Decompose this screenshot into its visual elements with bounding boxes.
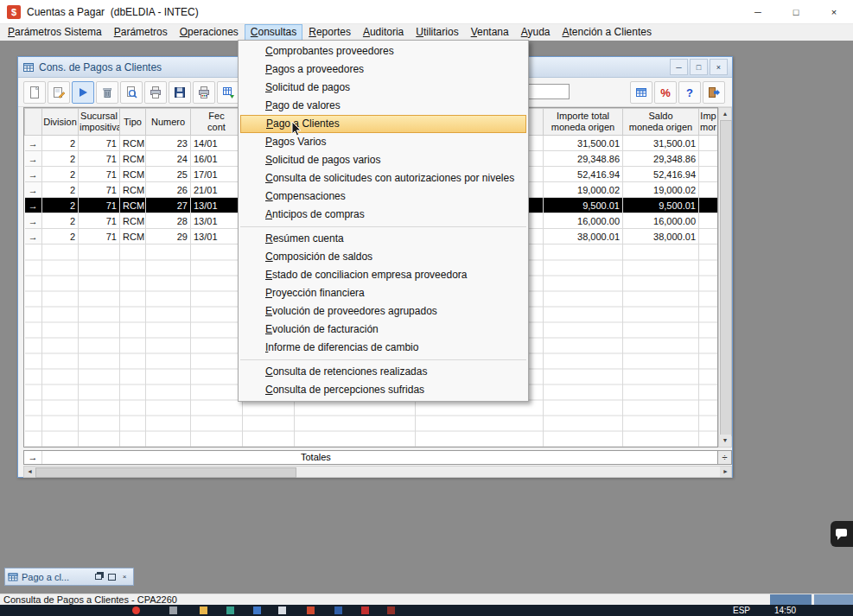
edit-record-button[interactable] [48,81,70,104]
col-header-saldo[interactable]: Saldomoneda origen [623,109,699,136]
scroll-down-icon[interactable]: ▼ [719,435,731,447]
grid-cell[interactable]: RCM [120,151,146,167]
menu-item[interactable]: Consulta de percepciones sufridas [239,381,528,399]
taskbar-icon[interactable] [387,606,395,614]
grid-cell[interactable] [699,167,718,182]
grid-cell[interactable]: 23 [146,136,191,151]
grid-cell[interactable]: 21/01 [191,182,243,198]
col-header-fecha[interactable]: Feccont [191,109,243,136]
grid-cell[interactable] [699,213,718,229]
grid-cell[interactable]: 31,500.01 [544,136,623,151]
grid-cell[interactable]: 29,348.86 [623,151,699,167]
exit-button[interactable] [703,81,725,104]
grid-cell[interactable]: 26 [146,182,191,198]
child-minimize-button[interactable]: ─ [670,59,688,75]
menu-item[interactable]: Solicitud de pagos varios [239,151,528,169]
menu-item-pago-a-clientes[interactable]: Pago a Clientes [240,115,526,133]
menu-reportes[interactable]: Reportes [302,24,357,41]
grid-cell[interactable]: 2 [42,136,79,151]
scroll-right-icon[interactable]: ► [720,467,731,477]
mini-close-button[interactable]: × [118,571,130,582]
menu-item[interactable]: Evolución de facturación [239,321,528,339]
grid-cell[interactable] [699,198,718,213]
menu-item[interactable]: Pago de valores [239,97,528,115]
menu-item[interactable]: Consulta de retenciones realizadas [239,363,528,381]
grid-cell[interactable]: 29,348.86 [544,151,623,167]
grid-cell[interactable]: RCM [120,198,146,213]
scroll-up-icon[interactable]: ▲ [719,108,731,120]
grid-cell[interactable]: 29 [146,229,191,244]
taskbar-icon[interactable] [253,606,261,614]
grid-cell[interactable] [699,151,718,167]
menu-parametros-sistema[interactable]: Parámetros Sistema [2,24,108,41]
menu-ventana[interactable]: Ventana [465,24,515,41]
grid-cell[interactable] [699,182,718,198]
mini-restore-button[interactable] [92,571,105,582]
grid-cell[interactable]: 13/01 [191,198,243,213]
grid-cell[interactable]: 16,000.00 [623,213,699,229]
col-header-sucursal[interactable]: Sucursalimpositiva [79,109,120,136]
menu-auditoria[interactable]: Auditoria [357,24,410,41]
export-grid-button[interactable] [217,81,239,104]
grid-cell[interactable]: 14/01 [191,136,243,151]
menu-item[interactable]: Pagos a proveedores [239,60,528,79]
grid-cell[interactable]: 71 [79,182,120,198]
menu-consultas[interactable]: Consultas [245,24,302,41]
child-maximize-button[interactable]: □ [690,59,708,75]
grid-cell[interactable]: 24 [146,151,191,167]
maximize-button[interactable]: □ [777,0,815,23]
preview-button[interactable] [120,81,143,104]
menu-parametros[interactable]: Parámetros [108,24,174,41]
menu-item[interactable]: Consulta de solicitudes con autorizacion… [239,169,528,187]
grid-cell[interactable]: 27 [146,198,191,213]
print-button[interactable] [144,81,167,104]
menu-item[interactable]: Solicitud de pagos [239,79,528,97]
grid-cell[interactable]: 2 [42,198,79,213]
vertical-scrollbar[interactable]: ▲ ▼ [718,107,732,448]
print-setup-button[interactable] [193,81,215,104]
col-header-imp-mor[interactable]: Impmor [699,109,718,136]
taskbar-icon[interactable] [361,606,369,614]
taskbar-icon[interactable] [200,606,207,614]
grid-cell[interactable]: 2 [42,229,79,244]
grid-cell[interactable]: 52,416.94 [623,167,699,182]
grid-cell[interactable]: 25 [146,167,191,182]
run-query-button[interactable] [72,81,94,104]
grid-cell[interactable]: 71 [79,229,120,244]
grid-cell[interactable]: 28 [146,213,191,229]
grid-cell[interactable]: 16/01 [191,151,243,167]
overlay-chat-button[interactable] [831,521,853,547]
minimize-button[interactable]: ─ [739,0,777,23]
grid-cell[interactable] [699,136,718,151]
save-button[interactable] [169,81,191,104]
grid-cell[interactable]: 13/01 [191,213,243,229]
menu-item[interactable]: Informe de diferencias de cambio [239,339,528,357]
vertical-scroll-thumb[interactable] [720,120,732,436]
grid-cell[interactable]: 71 [79,151,120,167]
grid-cell[interactable] [699,229,718,244]
menu-item[interactable]: Compensaciones [239,187,528,206]
child-close-button[interactable]: × [710,59,728,75]
menu-atencion-clientes[interactable]: Atención a Clientes [557,24,658,41]
grid-cell[interactable]: 19,000.02 [623,182,699,198]
grid-cell[interactable]: 13/01 [191,229,243,244]
grid-cell[interactable]: 9,500.01 [623,198,699,213]
table-view-button[interactable] [630,81,652,104]
taskbar-icon[interactable] [169,606,177,614]
scroll-left-icon[interactable]: ◄ [24,467,35,477]
col-header-importe-total[interactable]: Importe totalmoneda origen [544,109,623,136]
horizontal-scrollbar[interactable]: ◄ ► [23,466,732,478]
close-button[interactable]: × [815,0,853,23]
menu-item[interactable]: Comprobantes proveedores [239,42,528,60]
horizontal-scroll-thumb[interactable] [35,467,296,478]
grid-cell[interactable]: 71 [79,136,120,151]
grid-cell[interactable]: 17/01 [191,167,243,182]
grid-cell[interactable]: 38,000.01 [623,229,699,244]
grid-cell[interactable]: 2 [42,151,79,167]
taskbar-icon[interactable] [132,606,140,614]
grid-cell[interactable]: 16,000.00 [544,213,623,229]
col-header-division[interactable]: Division [42,109,79,136]
menu-item[interactable]: Resúmen cuenta [239,230,528,248]
menu-item[interactable]: Anticipos de compras [239,206,528,224]
mini-maximize-button[interactable] [105,571,118,582]
